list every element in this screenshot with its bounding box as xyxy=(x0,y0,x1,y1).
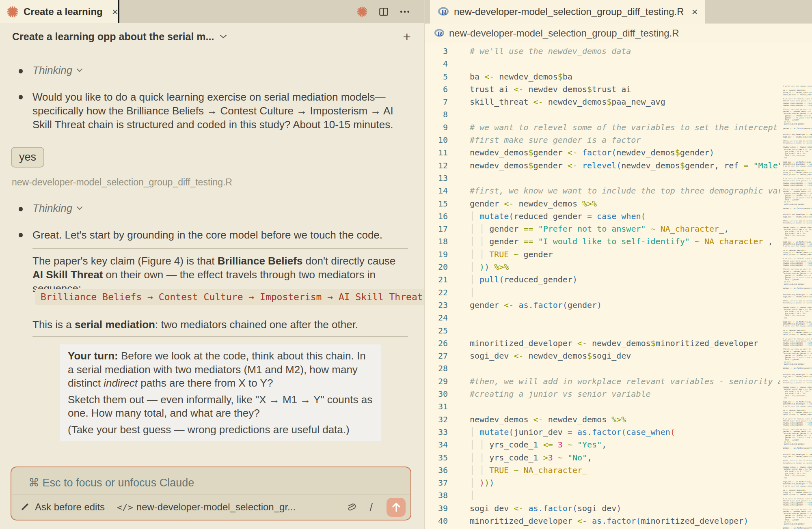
line-number: 8 xyxy=(425,108,448,121)
line-number: 18 xyxy=(425,235,448,248)
svg-text:R: R xyxy=(441,8,447,17)
line-number: 13 xyxy=(425,172,448,185)
line-number: 39 xyxy=(425,502,448,515)
line-number: 3 xyxy=(425,45,448,58)
code-line: 27sogi_dev <- newdev_demos$sogi_dev xyxy=(425,350,780,362)
code-line: 26minoritized_developer <- newdev_demos$… xyxy=(425,337,780,350)
chevron-down-icon[interactable] xyxy=(220,34,227,39)
line-number: 19 xyxy=(425,248,448,261)
code-line: 4 xyxy=(425,58,780,70)
breadcrumb[interactable]: R new-developer-model_selection_group_di… xyxy=(425,24,812,43)
message-bullet xyxy=(19,233,23,237)
line-number: 20 xyxy=(425,261,448,273)
tab-divider xyxy=(118,0,119,23)
quote-paragraph: Sketch them out — even informally, like … xyxy=(68,393,373,420)
line-number: 29 xyxy=(425,375,448,388)
assistant-message: Great. Let's start by grounding in the c… xyxy=(32,228,404,242)
code-line: 16│ mutate(reduced_gender = case_when( xyxy=(425,210,780,223)
blockquote: Your turn: Before we look at the code, t… xyxy=(60,344,381,441)
minimap[interactable]: # we'll use the newdev_demos databa <- n… xyxy=(783,85,812,529)
line-number: 10 xyxy=(425,134,448,146)
code-line: 28 xyxy=(425,362,780,375)
context-file-name: new-developer-model_selection_gr... xyxy=(136,501,296,513)
assistant-message: This is a serial mediation: two mediator… xyxy=(32,318,404,331)
new-conversation-button[interactable]: + xyxy=(403,30,411,43)
editor-tab[interactable]: R new-developer-model_selection_group_di… xyxy=(430,0,705,24)
code-line: 22│ xyxy=(425,286,780,299)
claude-input-box[interactable]: ⌘ Esc to focus or unfocus Claude Ask bef… xyxy=(11,467,411,520)
code-line: 25 xyxy=(425,325,780,337)
r-file-icon: R xyxy=(437,6,449,17)
thinking-toggle[interactable]: Thinking xyxy=(32,202,83,215)
line-number: 38 xyxy=(425,489,448,502)
r-file-icon: R xyxy=(434,28,445,38)
code-line: 40minoritized_developer <- as.factor(min… xyxy=(425,515,780,527)
line-number: 25 xyxy=(425,325,448,337)
code-line: 10#first make sure gender is a factor xyxy=(425,134,780,146)
claude-spark-icon[interactable] xyxy=(356,6,368,17)
inline-code: Brilliance Beliefs → Contest Culture → I… xyxy=(35,289,429,305)
line-number: 31 xyxy=(425,400,448,413)
line-number: 9 xyxy=(425,121,448,134)
claude-logo-icon xyxy=(6,6,19,18)
conversation-header: Create a learning opp about the serial m… xyxy=(0,23,424,50)
message-bullet xyxy=(19,69,23,73)
send-button[interactable] xyxy=(387,498,406,517)
paperclip-icon[interactable] xyxy=(346,501,356,513)
context-file-chip[interactable]: </> new-developer-model_selection_gr... xyxy=(117,501,296,513)
line-number: 30 xyxy=(425,388,448,400)
code-line: 12newdev_demos$gender <- relevel(newdev_… xyxy=(425,159,780,172)
app-window: Create a learning opp ab... × xyxy=(0,0,812,529)
slash-command[interactable]: / xyxy=(370,501,373,514)
code-line: 21│ pull(reduced_gender) xyxy=(425,273,780,286)
line-number: 16 xyxy=(425,210,448,223)
breadcrumb-file: new-developer-model_selection_group_diff… xyxy=(449,28,679,39)
code-line: 38│ xyxy=(425,489,780,502)
code-line: 3# we'll use the newdev_demos data xyxy=(425,45,780,58)
code-line: 17│ │ gender == "Prefer not to answer" ~… xyxy=(425,223,780,235)
code-line: 11newdev_demos$gender <- factor(newdev_d… xyxy=(425,146,780,159)
code-line: 32newdev_demos <- newdev_demos %>% xyxy=(425,413,780,426)
conversation-title[interactable]: Create a learning opp about the serial m… xyxy=(12,31,214,43)
code-line: 35│ │ yrs_code_1 >3 ~ "No", xyxy=(425,452,780,464)
line-number: 40 xyxy=(425,515,448,527)
thinking-toggle[interactable]: Thinking xyxy=(32,64,83,77)
line-number: 23 xyxy=(425,299,448,312)
editor-panel: R new-developer-model_selection_group_di… xyxy=(425,0,812,529)
split-editor-icon[interactable] xyxy=(378,6,389,17)
line-number: 26 xyxy=(425,337,448,350)
chevron-down-icon xyxy=(76,206,83,211)
more-actions-icon[interactable] xyxy=(400,6,410,17)
line-number: 5 xyxy=(425,71,448,83)
claude-toolbar xyxy=(356,0,410,23)
assistant-message: Would you like to do a quick learning ex… xyxy=(32,90,404,131)
line-number: 32 xyxy=(425,413,448,426)
pencil-icon[interactable] xyxy=(20,503,29,512)
edit-mode-label[interactable]: Ask before edits xyxy=(35,501,105,513)
code-lines: 3# we'll use the newdev_demos data45ba <… xyxy=(425,45,780,527)
code-editor[interactable]: 3# we'll use the newdev_demos data45ba <… xyxy=(425,43,812,529)
file-reference[interactable]: new-developer-model_selection_group_diff… xyxy=(12,177,232,188)
user-reply-chip[interactable]: yes xyxy=(11,147,44,168)
code-line: 14#first, we know we want to include the… xyxy=(425,185,780,197)
input-placeholder[interactable]: ⌘ Esc to focus or unfocus Claude xyxy=(28,476,194,489)
editor-tabbar: R new-developer-model_selection_group_di… xyxy=(425,0,812,24)
claude-panel: Create a learning opp ab... × xyxy=(0,0,424,529)
thinking-label: Thinking xyxy=(32,64,72,77)
code-line: 8 xyxy=(425,108,780,121)
line-number: 35 xyxy=(425,452,448,464)
arrow-up-icon xyxy=(392,502,401,512)
editor-tab-title: new-developer-model_selection_group_diff… xyxy=(454,6,684,17)
code-line: 9# we want to relevel some of the variab… xyxy=(425,121,780,134)
line-number: 34 xyxy=(425,439,448,451)
message-bullet xyxy=(19,207,23,211)
claude-tab[interactable]: Create a learning opp ab... × xyxy=(0,0,118,23)
code-line: 20│ )) %>% xyxy=(425,261,780,273)
code-line: 19│ │ TRUE ~ gender xyxy=(425,248,780,261)
line-number: 15 xyxy=(425,198,448,210)
close-icon[interactable]: × xyxy=(112,6,118,17)
line-number: 24 xyxy=(425,312,448,324)
code-line: 23gender <- as.factor(gender) xyxy=(425,299,780,312)
code-line: 24 xyxy=(425,312,780,324)
close-icon[interactable]: × xyxy=(692,6,698,17)
